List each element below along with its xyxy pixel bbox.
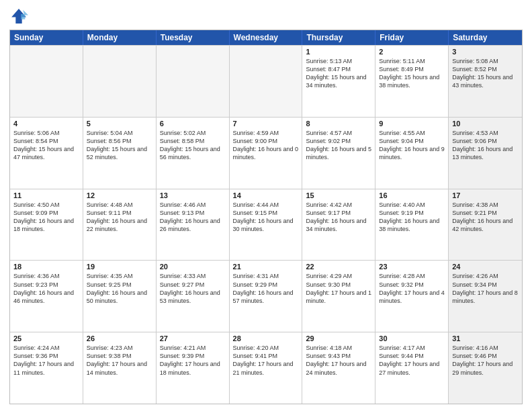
day-cell-22: 22Sunrise: 4:29 AM Sunset: 9:30 PM Dayli… [302, 261, 375, 332]
day-cell-23: 23Sunrise: 4:28 AM Sunset: 9:32 PM Dayli… [375, 261, 449, 332]
day-info: Sunrise: 5:11 AM Sunset: 8:49 PM Dayligh… [379, 57, 445, 90]
day-cell-empty-0-3 [230, 46, 303, 117]
day-info: Sunrise: 4:57 AM Sunset: 9:02 PM Dayligh… [306, 129, 371, 162]
day-cell-24: 24Sunrise: 4:26 AM Sunset: 9:34 PM Dayli… [449, 261, 522, 332]
day-info: Sunrise: 4:17 AM Sunset: 9:44 PM Dayligh… [379, 344, 445, 377]
day-number: 19 [87, 263, 152, 271]
day-number: 6 [160, 120, 226, 128]
logo [9, 7, 31, 26]
day-number: 3 [452, 48, 519, 56]
day-info: Sunrise: 5:04 AM Sunset: 8:56 PM Dayligh… [87, 129, 152, 162]
day-number: 21 [233, 263, 299, 271]
day-cell-4: 4Sunrise: 5:06 AM Sunset: 8:54 PM Daylig… [10, 118, 83, 189]
day-number: 28 [233, 334, 299, 342]
day-cell-27: 27Sunrise: 4:21 AM Sunset: 9:39 PM Dayli… [157, 332, 230, 404]
day-cell-28: 28Sunrise: 4:20 AM Sunset: 9:41 PM Dayli… [230, 332, 303, 404]
day-number: 31 [452, 334, 519, 342]
day-number: 8 [306, 120, 371, 128]
day-number: 12 [87, 191, 152, 199]
day-number: 2 [379, 48, 445, 56]
day-number: 20 [160, 263, 226, 271]
day-cell-2: 2Sunrise: 5:11 AM Sunset: 8:49 PM Daylig… [375, 46, 449, 117]
day-info: Sunrise: 5:06 AM Sunset: 8:54 PM Dayligh… [13, 129, 79, 162]
day-cell-17: 17Sunrise: 4:38 AM Sunset: 9:21 PM Dayli… [449, 189, 522, 261]
page: SundayMondayTuesdayWednesdayThursdayFrid… [0, 0, 532, 411]
header-day-tuesday: Tuesday [157, 30, 230, 45]
calendar-row-4: 25Sunrise: 4:24 AM Sunset: 9:36 PM Dayli… [10, 332, 522, 404]
day-number: 13 [160, 191, 226, 199]
day-cell-20: 20Sunrise: 4:33 AM Sunset: 9:27 PM Dayli… [157, 261, 230, 332]
day-info: Sunrise: 4:21 AM Sunset: 9:39 PM Dayligh… [160, 344, 226, 377]
day-cell-6: 6Sunrise: 5:02 AM Sunset: 8:58 PM Daylig… [157, 118, 230, 189]
day-info: Sunrise: 4:40 AM Sunset: 9:19 PM Dayligh… [379, 201, 445, 234]
day-info: Sunrise: 4:48 AM Sunset: 9:11 PM Dayligh… [87, 201, 152, 234]
day-cell-13: 13Sunrise: 4:46 AM Sunset: 9:13 PM Dayli… [157, 189, 230, 261]
day-cell-26: 26Sunrise: 4:23 AM Sunset: 9:38 PM Dayli… [83, 332, 157, 404]
day-number: 10 [452, 120, 519, 128]
calendar-row-1: 4Sunrise: 5:06 AM Sunset: 8:54 PM Daylig… [10, 117, 522, 189]
day-info: Sunrise: 4:26 AM Sunset: 9:34 PM Dayligh… [452, 272, 519, 305]
day-number: 7 [233, 120, 299, 128]
calendar-row-0: 1Sunrise: 5:13 AM Sunset: 8:47 PM Daylig… [10, 45, 522, 117]
day-info: Sunrise: 4:53 AM Sunset: 9:06 PM Dayligh… [452, 129, 519, 162]
day-cell-11: 11Sunrise: 4:50 AM Sunset: 9:09 PM Dayli… [10, 189, 83, 261]
day-cell-12: 12Sunrise: 4:48 AM Sunset: 9:11 PM Dayli… [83, 189, 157, 261]
day-info: Sunrise: 5:08 AM Sunset: 8:52 PM Dayligh… [452, 57, 519, 90]
day-info: Sunrise: 4:35 AM Sunset: 9:25 PM Dayligh… [87, 272, 152, 305]
day-cell-29: 29Sunrise: 4:18 AM Sunset: 9:43 PM Dayli… [302, 332, 375, 404]
header-day-friday: Friday [375, 30, 449, 45]
day-info: Sunrise: 4:31 AM Sunset: 9:29 PM Dayligh… [233, 272, 299, 305]
day-cell-16: 16Sunrise: 4:40 AM Sunset: 9:19 PM Dayli… [375, 189, 449, 261]
day-info: Sunrise: 4:28 AM Sunset: 9:32 PM Dayligh… [379, 272, 445, 305]
day-info: Sunrise: 4:42 AM Sunset: 9:17 PM Dayligh… [306, 201, 371, 234]
day-cell-30: 30Sunrise: 4:17 AM Sunset: 9:44 PM Dayli… [375, 332, 449, 404]
day-number: 23 [379, 263, 445, 271]
day-number: 17 [452, 191, 519, 199]
svg-marker-1 [21, 10, 28, 19]
day-cell-empty-0-0 [10, 46, 83, 117]
day-info: Sunrise: 4:16 AM Sunset: 9:46 PM Dayligh… [452, 344, 519, 377]
day-info: Sunrise: 4:46 AM Sunset: 9:13 PM Dayligh… [160, 201, 226, 234]
day-number: 18 [13, 263, 79, 271]
day-cell-empty-0-1 [83, 46, 157, 117]
day-number: 9 [379, 120, 445, 128]
day-cell-14: 14Sunrise: 4:44 AM Sunset: 9:15 PM Dayli… [230, 189, 303, 261]
calendar-row-2: 11Sunrise: 4:50 AM Sunset: 9:09 PM Dayli… [10, 189, 522, 261]
header-day-thursday: Thursday [302, 30, 375, 45]
day-number: 25 [13, 334, 79, 342]
day-cell-21: 21Sunrise: 4:31 AM Sunset: 9:29 PM Dayli… [230, 261, 303, 332]
day-info: Sunrise: 4:24 AM Sunset: 9:36 PM Dayligh… [13, 344, 79, 377]
logo-icon [9, 7, 28, 26]
day-number: 30 [379, 334, 445, 342]
day-info: Sunrise: 4:23 AM Sunset: 9:38 PM Dayligh… [87, 344, 152, 377]
day-number: 29 [306, 334, 371, 342]
header-day-saturday: Saturday [449, 30, 522, 45]
day-info: Sunrise: 4:44 AM Sunset: 9:15 PM Dayligh… [233, 201, 299, 234]
day-number: 26 [87, 334, 152, 342]
day-cell-25: 25Sunrise: 4:24 AM Sunset: 9:36 PM Dayli… [10, 332, 83, 404]
day-number: 1 [306, 48, 371, 56]
header-day-sunday: Sunday [10, 30, 83, 45]
day-cell-8: 8Sunrise: 4:57 AM Sunset: 9:02 PM Daylig… [302, 118, 375, 189]
header-day-monday: Monday [83, 30, 157, 45]
day-cell-5: 5Sunrise: 5:04 AM Sunset: 8:56 PM Daylig… [83, 118, 157, 189]
day-info: Sunrise: 4:33 AM Sunset: 9:27 PM Dayligh… [160, 272, 226, 305]
day-info: Sunrise: 4:55 AM Sunset: 9:04 PM Dayligh… [379, 129, 445, 162]
day-number: 15 [306, 191, 371, 199]
day-info: Sunrise: 4:59 AM Sunset: 9:00 PM Dayligh… [233, 129, 299, 162]
day-cell-empty-0-2 [157, 46, 230, 117]
day-number: 16 [379, 191, 445, 199]
day-info: Sunrise: 4:36 AM Sunset: 9:23 PM Dayligh… [13, 272, 79, 305]
day-number: 5 [87, 120, 152, 128]
day-number: 22 [306, 263, 371, 271]
calendar-body: 1Sunrise: 5:13 AM Sunset: 8:47 PM Daylig… [10, 45, 522, 404]
header-day-wednesday: Wednesday [230, 30, 303, 45]
calendar-row-3: 18Sunrise: 4:36 AM Sunset: 9:23 PM Dayli… [10, 260, 522, 332]
header [9, 7, 523, 26]
day-number: 11 [13, 191, 79, 199]
day-cell-19: 19Sunrise: 4:35 AM Sunset: 9:25 PM Dayli… [83, 261, 157, 332]
day-number: 14 [233, 191, 299, 199]
day-number: 4 [13, 120, 79, 128]
day-info: Sunrise: 4:20 AM Sunset: 9:41 PM Dayligh… [233, 344, 299, 377]
calendar: SundayMondayTuesdayWednesdayThursdayFrid… [9, 30, 523, 404]
